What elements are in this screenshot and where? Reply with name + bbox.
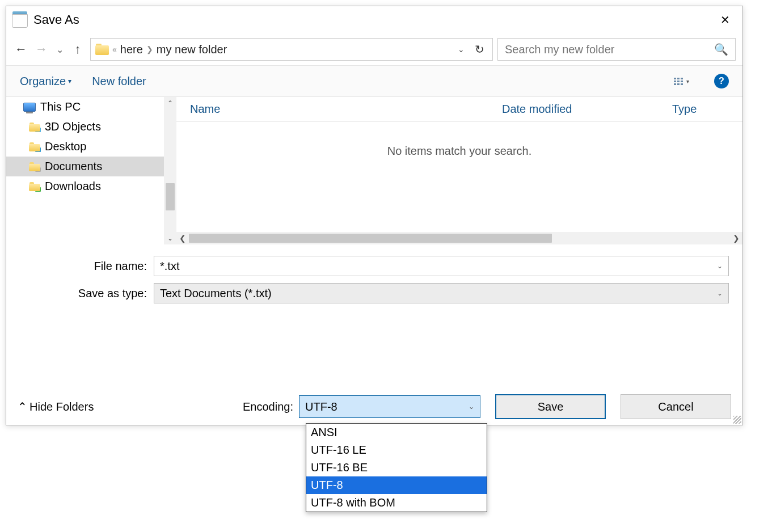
address-bar[interactable]: « here ❯ my new folder ⌄ ↻ — [90, 38, 493, 61]
folder-icon — [29, 123, 40, 132]
nav-back-button[interactable]: ← — [13, 42, 29, 57]
file-name-combo[interactable]: ⌄ — [154, 256, 729, 276]
chevron-right-icon: ❯ — [146, 45, 153, 54]
tree-this-pc[interactable]: This PC — [6, 97, 176, 117]
help-button[interactable]: ? — [714, 74, 729, 88]
search-box[interactable]: 🔍 — [497, 38, 736, 61]
nav-forward-button[interactable]: → — [33, 42, 49, 57]
breadcrumb-prefix: « — [112, 45, 117, 54]
nav-tree: This PC 3D Objects Desktop Documents Dow… — [6, 97, 176, 244]
organize-menu[interactable]: Organize ▾ — [20, 75, 71, 88]
new-folder-button[interactable]: New folder — [92, 75, 146, 88]
nav-recent-dropdown[interactable]: ⌄ — [54, 44, 65, 55]
empty-list-message: No items match your search. — [176, 145, 742, 158]
column-label: Name — [190, 103, 220, 115]
cancel-button[interactable]: Cancel — [621, 394, 731, 419]
scroll-down-icon[interactable]: ⌄ — [167, 232, 173, 244]
save-button[interactable]: Save — [495, 394, 606, 419]
save-as-type-combo[interactable]: Text Documents (*.txt) ⌄ — [154, 283, 729, 303]
titlebar: Save As ✕ — [6, 6, 742, 33]
save-as-type-label: Save as type: — [6, 287, 154, 300]
computer-icon — [23, 103, 36, 112]
column-date-modified[interactable]: Date modified — [488, 103, 659, 116]
encoding-option[interactable]: ANSI — [306, 424, 487, 441]
file-name-input[interactable] — [160, 260, 723, 273]
tree-desktop[interactable]: Desktop — [6, 137, 176, 157]
file-list-pane: Name ⌃ Date modified Type No items match… — [176, 97, 742, 244]
encoding-value: UTF-8 — [305, 400, 337, 413]
file-name-row: File name: ⌄ — [6, 252, 742, 280]
tree-documents[interactable]: Documents — [6, 157, 176, 176]
dialog-footer: ⌃ Hide Folders Encoding: UTF-8 ⌄ Save Ca… — [6, 389, 742, 425]
nav-row: ← → ⌄ ↑ « here ❯ my new folder ⌄ ↻ 🔍 — [6, 33, 742, 65]
column-type[interactable]: Type — [659, 103, 742, 116]
content-area: This PC 3D Objects Desktop Documents Dow… — [6, 97, 742, 244]
encoding-option[interactable]: UTF-8 with BOM — [306, 494, 487, 512]
chevron-down-icon: ▾ — [686, 78, 689, 85]
dialog-title: Save As — [33, 12, 79, 27]
tree-downloads[interactable]: Downloads — [6, 176, 176, 196]
resize-grip[interactable] — [733, 416, 741, 424]
encoding-combo[interactable]: UTF-8 ⌄ — [299, 395, 480, 418]
scroll-up-icon[interactable]: ⌃ — [167, 97, 173, 109]
encoding-option[interactable]: UTF-16 BE — [306, 459, 487, 476]
search-input[interactable] — [505, 43, 714, 56]
chevron-down-icon: ▾ — [68, 77, 71, 85]
cancel-label: Cancel — [658, 400, 693, 413]
close-button[interactable]: ✕ — [712, 13, 738, 27]
sidebar-scrollbar[interactable]: ⌃ ⌄ — [164, 97, 176, 244]
scroll-left-icon[interactable]: ❮ — [176, 234, 189, 243]
save-as-dialog: Save As ✕ ← → ⌄ ↑ « here ❯ my new folder… — [6, 6, 743, 425]
encoding-label: Encoding: — [243, 400, 293, 413]
save-label: Save — [538, 400, 564, 413]
address-dropdown[interactable]: ⌄ — [454, 45, 468, 54]
sort-asc-icon: ⌃ — [197, 108, 201, 114]
tree-3d-objects[interactable]: 3D Objects — [6, 117, 176, 137]
save-as-type-row: Save as type: Text Documents (*.txt) ⌄ — [6, 280, 742, 307]
refresh-button[interactable]: ↻ — [471, 43, 488, 56]
chevron-up-icon: ⌃ — [18, 400, 27, 413]
folder-icon — [29, 162, 40, 171]
breadcrumb-item[interactable]: my new folder — [157, 43, 227, 56]
tree-label: This PC — [40, 100, 81, 113]
encoding-option[interactable]: UTF-8 — [306, 476, 487, 494]
folder-icon — [95, 44, 109, 55]
breadcrumb-item[interactable]: here — [120, 43, 143, 56]
scrollbar-thumb[interactable] — [189, 234, 552, 243]
toolbar: Organize ▾ New folder ▾ ? — [6, 65, 742, 97]
nav-up-button[interactable]: ↑ — [70, 42, 86, 57]
organize-label: Organize — [20, 75, 66, 88]
view-icon — [674, 78, 683, 85]
save-as-type-value: Text Documents (*.txt) — [160, 287, 272, 300]
tree-label: Downloads — [45, 180, 101, 193]
encoding-dropdown-list: ANSIUTF-16 LEUTF-16 BEUTF-8UTF-8 with BO… — [306, 423, 487, 512]
folder-icon — [29, 182, 40, 191]
chevron-down-icon[interactable]: ⌄ — [717, 262, 723, 270]
column-name[interactable]: Name ⌃ — [176, 103, 488, 116]
scroll-right-icon[interactable]: ❯ — [730, 234, 742, 243]
notepad-icon — [11, 11, 29, 29]
search-icon[interactable]: 🔍 — [714, 43, 728, 56]
horizontal-scrollbar[interactable]: ❮ ❯ — [176, 232, 742, 244]
encoding-option[interactable]: UTF-16 LE — [306, 441, 487, 459]
new-folder-label: New folder — [92, 75, 146, 88]
folder-icon — [29, 142, 40, 151]
view-options-button[interactable]: ▾ — [669, 75, 694, 87]
chevron-down-icon[interactable]: ⌄ — [717, 289, 723, 297]
file-name-label: File name: — [6, 260, 154, 273]
chevron-down-icon: ⌄ — [469, 403, 474, 411]
tree-label: Documents — [45, 160, 102, 173]
column-headers: Name ⌃ Date modified Type — [176, 97, 742, 122]
hide-folders-toggle[interactable]: ⌃ Hide Folders — [18, 400, 94, 413]
tree-label: Desktop — [45, 140, 86, 153]
tree-label: 3D Objects — [45, 120, 101, 133]
hide-folders-label: Hide Folders — [29, 400, 94, 413]
scrollbar-thumb[interactable] — [166, 183, 175, 210]
